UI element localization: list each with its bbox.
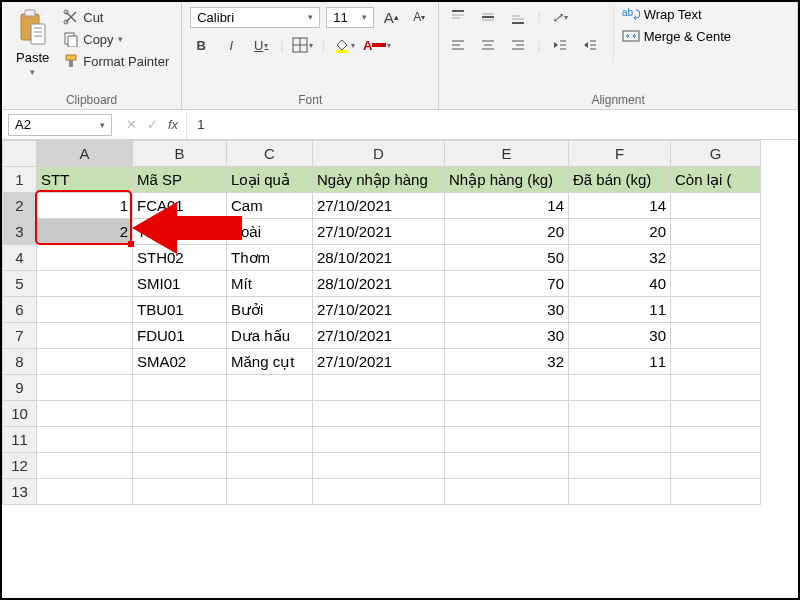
enter-button[interactable]: ✓	[147, 117, 158, 132]
cell[interactable]	[671, 219, 761, 245]
cancel-button[interactable]: ✕	[126, 117, 137, 132]
increase-indent-button[interactable]	[579, 34, 601, 56]
cell[interactable]: FCA01	[133, 193, 227, 219]
col-header-g[interactable]: G	[671, 141, 761, 167]
cell[interactable]	[569, 401, 671, 427]
cell[interactable]	[37, 245, 133, 271]
cell[interactable]: 32	[569, 245, 671, 271]
cell[interactable]: 27/10/2021	[313, 193, 445, 219]
cell[interactable]	[445, 375, 569, 401]
name-box[interactable]: A2▾	[8, 114, 112, 136]
shrink-font-button[interactable]: A▾	[408, 6, 430, 28]
col-header-f[interactable]: F	[569, 141, 671, 167]
cell[interactable]: Mít	[227, 271, 313, 297]
cell[interactable]	[569, 453, 671, 479]
cell[interactable]: 27/10/2021	[313, 349, 445, 375]
cell[interactable]: Cam	[227, 193, 313, 219]
cell[interactable]: Nhập hàng (kg)	[445, 167, 569, 193]
cell[interactable]	[313, 375, 445, 401]
merge-center-button[interactable]: Merge & Cente	[622, 28, 731, 44]
formula-input[interactable]: 1	[187, 117, 798, 132]
cell[interactable]	[133, 375, 227, 401]
cell[interactable]	[227, 427, 313, 453]
cell[interactable]	[671, 375, 761, 401]
cell[interactable]: 40	[569, 271, 671, 297]
cell[interactable]	[671, 193, 761, 219]
cell[interactable]: 30	[569, 323, 671, 349]
cell[interactable]: SMI01	[133, 271, 227, 297]
cell[interactable]	[313, 479, 445, 505]
decrease-indent-button[interactable]	[549, 34, 571, 56]
cell[interactable]	[445, 401, 569, 427]
cell[interactable]	[671, 453, 761, 479]
select-all-corner[interactable]	[3, 141, 37, 167]
cell[interactable]: Mã SP	[133, 167, 227, 193]
cell[interactable]: 30	[445, 323, 569, 349]
cell[interactable]: STH02	[133, 245, 227, 271]
cell[interactable]	[671, 427, 761, 453]
cell[interactable]	[37, 427, 133, 453]
cell[interactable]	[671, 349, 761, 375]
cell[interactable]	[445, 453, 569, 479]
row-header[interactable]: 7	[3, 323, 37, 349]
cell[interactable]	[227, 375, 313, 401]
cell[interactable]: 11	[569, 349, 671, 375]
cell[interactable]	[37, 349, 133, 375]
row-header[interactable]: 6	[3, 297, 37, 323]
cell[interactable]	[37, 453, 133, 479]
align-bottom-button[interactable]	[507, 6, 529, 28]
row-header[interactable]: 2	[3, 193, 37, 219]
align-middle-button[interactable]	[477, 6, 499, 28]
cell[interactable]	[445, 427, 569, 453]
cell[interactable]: Thơm	[227, 245, 313, 271]
cell[interactable]	[313, 453, 445, 479]
cell[interactable]	[133, 479, 227, 505]
cell[interactable]: Loại quả	[227, 167, 313, 193]
cell[interactable]	[37, 271, 133, 297]
cell[interactable]: 1	[37, 193, 133, 219]
cell[interactable]: STT	[37, 167, 133, 193]
row-header[interactable]: 13	[3, 479, 37, 505]
cell[interactable]	[671, 323, 761, 349]
align-top-button[interactable]	[447, 6, 469, 28]
font-name-select[interactable]: Calibri▾	[190, 7, 320, 28]
cell[interactable]: Dưa hấu	[227, 323, 313, 349]
copy-button[interactable]: Copy ▾	[59, 30, 173, 48]
row-header[interactable]: 9	[3, 375, 37, 401]
row-header[interactable]: 3	[3, 219, 37, 245]
cell[interactable]	[313, 427, 445, 453]
cell[interactable]: 50	[445, 245, 569, 271]
cell[interactable]: 20	[569, 219, 671, 245]
cell[interactable]: Ngày nhập hàng	[313, 167, 445, 193]
cell[interactable]	[313, 401, 445, 427]
cell[interactable]: 27/10/2021	[313, 323, 445, 349]
grow-font-button[interactable]: A▴	[380, 6, 402, 28]
cell[interactable]: 14	[569, 193, 671, 219]
cell[interactable]	[671, 245, 761, 271]
align-right-button[interactable]	[507, 34, 529, 56]
align-center-button[interactable]	[477, 34, 499, 56]
align-left-button[interactable]	[447, 34, 469, 56]
underline-button[interactable]: U▾	[250, 34, 272, 56]
cell[interactable]	[227, 401, 313, 427]
cell[interactable]: 30	[445, 297, 569, 323]
col-header-c[interactable]: C	[227, 141, 313, 167]
row-header[interactable]: 10	[3, 401, 37, 427]
cell[interactable]	[671, 271, 761, 297]
cell[interactable]	[133, 401, 227, 427]
cell[interactable]	[445, 479, 569, 505]
cell[interactable]	[227, 479, 313, 505]
row-header[interactable]: 1	[3, 167, 37, 193]
borders-button[interactable]: ▾	[292, 34, 314, 56]
col-header-b[interactable]: B	[133, 141, 227, 167]
cell[interactable]	[671, 401, 761, 427]
cell[interactable]	[133, 453, 227, 479]
cell[interactable]	[37, 479, 133, 505]
cell[interactable]: 27/10/2021	[313, 219, 445, 245]
format-painter-button[interactable]: Format Painter	[59, 52, 173, 70]
row-header[interactable]: 4	[3, 245, 37, 271]
cell[interactable]: TBU01	[133, 297, 227, 323]
cell[interactable]: 28/10/2021	[313, 271, 445, 297]
cell[interactable]	[37, 323, 133, 349]
wrap-text-button[interactable]: ab Wrap Text	[622, 6, 731, 22]
